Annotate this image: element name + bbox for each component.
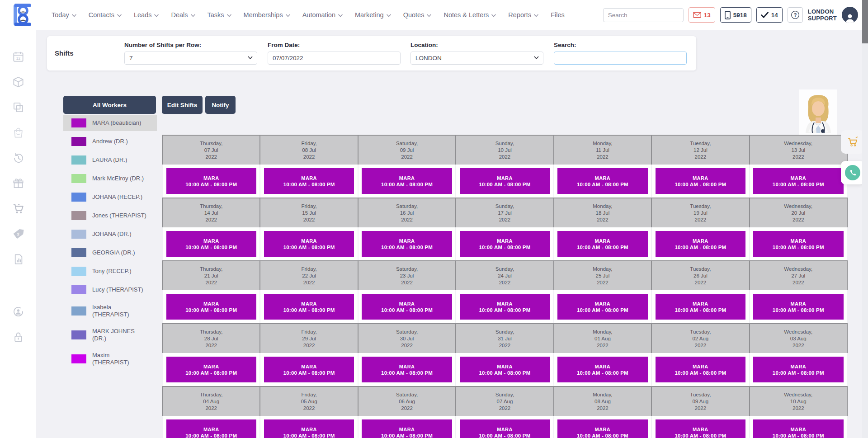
worker-item[interactable]: MARK JOHNES (DR.)	[63, 324, 157, 346]
nav-item-marketing[interactable]: Marketing	[355, 11, 391, 19]
calls-badge[interactable]: 5918	[720, 7, 751, 23]
shift-block[interactable]: MARA10:00 AM - 08:00 PM	[264, 357, 354, 382]
shift-block[interactable]: MARA10:00 AM - 08:00 PM	[656, 419, 745, 438]
shift-block[interactable]: MARA10:00 AM - 08:00 PM	[166, 357, 256, 382]
shift-block[interactable]: MARA10:00 AM - 08:00 PM	[264, 168, 354, 194]
duplicate-icon[interactable]	[12, 101, 24, 113]
nav-item-memberships[interactable]: Memberships	[244, 11, 290, 19]
shift-block[interactable]: MARA10:00 AM - 08:00 PM	[753, 357, 843, 382]
shift-block[interactable]: MARA10:00 AM - 08:00 PM	[557, 231, 647, 257]
shift-block[interactable]: MARA10:00 AM - 08:00 PM	[460, 168, 550, 194]
day-header: Friday,05 Aug2022	[260, 387, 357, 416]
shift-block[interactable]: MARA10:00 AM - 08:00 PM	[264, 231, 354, 257]
nav-item-leads[interactable]: Leads	[134, 11, 159, 19]
package-icon[interactable]	[12, 76, 24, 88]
floating-cart-button[interactable]	[841, 130, 864, 154]
shift-block[interactable]: MARA10:00 AM - 08:00 PM	[557, 168, 647, 194]
floating-phone-button[interactable]	[841, 161, 864, 184]
scrollbar-thumb[interactable]	[862, 0, 868, 43]
tasks-badge[interactable]: 14	[756, 7, 783, 23]
nav-item-notes-letters[interactable]: Notes & Letters	[443, 11, 496, 19]
nav-item-automation[interactable]: Automation	[302, 11, 343, 19]
shift-block[interactable]: MARA10:00 AM - 08:00 PM	[362, 231, 452, 257]
worker-item[interactable]: Lucy (THERAPIST)	[63, 282, 157, 298]
worker-item[interactable]: LAURA (DR.)	[63, 152, 157, 168]
shift-block[interactable]: MARA10:00 AM - 08:00 PM	[362, 419, 452, 438]
shift-block[interactable]: MARA10:00 AM - 08:00 PM	[264, 419, 354, 438]
worker-item[interactable]: Jones (THERAPIST)	[63, 207, 157, 224]
week-header-row: Thursday,04 Aug2022Friday,05 Aug2022Satu…	[162, 386, 848, 416]
shift-block[interactable]: MARA10:00 AM - 08:00 PM	[362, 357, 452, 382]
shift-block[interactable]: MARA10:00 AM - 08:00 PM	[656, 357, 745, 382]
shift-block[interactable]: MARA10:00 AM - 08:00 PM	[166, 168, 256, 194]
shifts-per-row-select[interactable]: 7	[124, 52, 257, 65]
nav-item-deals[interactable]: Deals	[171, 11, 195, 19]
worker-item[interactable]: Andrew (DR.)	[63, 133, 157, 150]
shift-block[interactable]: MARA10:00 AM - 08:00 PM	[656, 168, 745, 194]
shift-block[interactable]: MARA10:00 AM - 08:00 PM	[753, 419, 843, 438]
day-header: Friday,29 Jul2022	[260, 324, 357, 353]
history-icon[interactable]	[12, 152, 24, 164]
worker-item[interactable]: Tony (RECEP.)	[63, 263, 157, 279]
edit-shifts-button[interactable]: Edit Shifts	[162, 96, 203, 114]
shopping-bag-icon[interactable]	[12, 127, 24, 139]
account-icon[interactable]	[12, 306, 24, 318]
worker-item[interactable]: Mark McElroy (DR.)	[63, 170, 157, 187]
week-header-row: Thursday,21 Jul2022Friday,22 Jul2022Satu…	[162, 260, 848, 290]
lock-icon[interactable]	[12, 331, 24, 343]
day-cell: MARA10:00 AM - 08:00 PM	[359, 290, 455, 323]
worker-item[interactable]: Maxim (THERAPIST)	[63, 348, 157, 370]
shift-block[interactable]: MARA10:00 AM - 08:00 PM	[557, 357, 647, 382]
worker-item[interactable]: Isabela (THERAPIST)	[63, 300, 157, 322]
shift-block[interactable]: MARA10:00 AM - 08:00 PM	[166, 294, 256, 320]
cart-icon[interactable]	[12, 203, 24, 215]
report-icon[interactable]	[12, 253, 24, 265]
help-button[interactable]: ?	[788, 7, 803, 23]
shift-block[interactable]: MARA10:00 AM - 08:00 PM	[753, 168, 843, 194]
global-search	[603, 8, 684, 22]
nav-item-tasks[interactable]: Tasks	[208, 11, 231, 19]
shift-block[interactable]: MARA10:00 AM - 08:00 PM	[460, 357, 550, 382]
chevron-down-icon	[248, 56, 253, 60]
shift-block[interactable]: MARA10:00 AM - 08:00 PM	[557, 294, 647, 320]
worker-item[interactable]: JOHANA (RECEP.)	[63, 189, 157, 205]
nav-item-today[interactable]: Today	[52, 11, 76, 19]
worker-item[interactable]: GEORGIA (DR.)	[63, 245, 157, 261]
week-header-row: Thursday,14 Jul2022Friday,15 Jul2022Satu…	[162, 198, 848, 227]
price-tag-icon[interactable]: $	[12, 228, 24, 240]
shift-block[interactable]: MARA10:00 AM - 08:00 PM	[656, 231, 745, 257]
shift-block[interactable]: MARA10:00 AM - 08:00 PM	[460, 419, 550, 438]
shift-block[interactable]: MARA10:00 AM - 08:00 PM	[557, 419, 647, 438]
nav-item-files[interactable]: Files	[551, 11, 565, 19]
shift-block[interactable]: MARA10:00 AM - 08:00 PM	[460, 231, 550, 257]
shift-block[interactable]: MARA10:00 AM - 08:00 PM	[166, 231, 256, 257]
global-search-input[interactable]	[604, 12, 684, 19]
shift-block[interactable]: MARA10:00 AM - 08:00 PM	[753, 294, 843, 320]
page-scrollbar[interactable]	[862, 0, 868, 438]
calendar-icon[interactable]: 12	[12, 51, 24, 63]
notify-button[interactable]: Notify	[205, 96, 236, 114]
shift-block[interactable]: MARA10:00 AM - 08:00 PM	[656, 294, 745, 320]
nav-item-label: Marketing	[355, 11, 384, 19]
messages-badge[interactable]: 13	[689, 7, 715, 23]
shift-block[interactable]: MARA10:00 AM - 08:00 PM	[753, 231, 843, 257]
location-select[interactable]: LONDON	[410, 52, 543, 65]
worker-item[interactable]: MARA (beautician)	[63, 115, 157, 131]
from-date-input[interactable]	[273, 55, 396, 61]
shift-block[interactable]: MARA10:00 AM - 08:00 PM	[362, 168, 452, 194]
worker-item[interactable]: JOHANA (DR.)	[63, 226, 157, 242]
filter-search-input[interactable]	[559, 55, 682, 61]
day-cell: MARA10:00 AM - 08:00 PM	[750, 290, 847, 323]
all-workers-button[interactable]: All Workers	[63, 96, 156, 114]
shift-block[interactable]: MARA10:00 AM - 08:00 PM	[460, 294, 550, 320]
person-icon	[844, 13, 855, 23]
nav-item-contacts[interactable]: Contacts	[89, 11, 122, 19]
nav-item-reports[interactable]: Reports	[508, 11, 538, 19]
gift-icon[interactable]	[12, 177, 24, 189]
shift-block[interactable]: MARA10:00 AM - 08:00 PM	[362, 294, 452, 320]
shift-block[interactable]: MARA10:00 AM - 08:00 PM	[264, 294, 354, 320]
nav-item-quotes[interactable]: Quotes	[403, 11, 432, 19]
shift-block[interactable]: MARA10:00 AM - 08:00 PM	[166, 419, 256, 438]
app-logo-hourglass-icon[interactable]	[13, 3, 33, 27]
user-avatar[interactable]	[842, 7, 858, 23]
